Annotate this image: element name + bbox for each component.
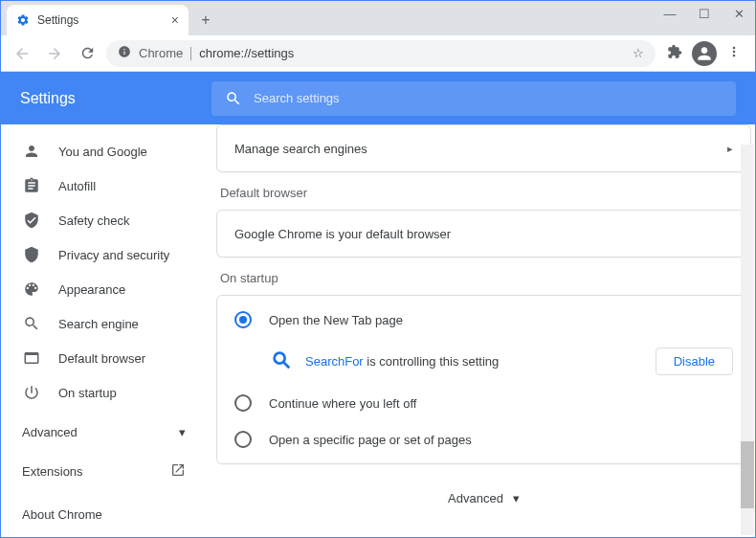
tab-strip: Settings × + — ☐ ✕	[1, 1, 755, 35]
person-icon	[22, 142, 41, 161]
browser-icon	[22, 348, 41, 368]
reload-button[interactable]	[74, 40, 100, 67]
sidebar-item-appearance[interactable]: Appearance	[1, 272, 207, 306]
on-startup-card: Open the New Tab page SearchFor is contr…	[216, 295, 751, 464]
omnibox[interactable]: Chrome chrome://settings ☆	[106, 40, 656, 67]
menu-dots-icon[interactable]	[726, 44, 742, 63]
settings-header: Settings	[1, 72, 755, 124]
separator	[190, 47, 191, 60]
chevron-down-icon: ▾	[179, 425, 186, 439]
forward-button	[41, 40, 68, 67]
sidebar-item-privacy[interactable]: Privacy and security	[1, 237, 207, 272]
default-browser-text: Google Chrome is your default browser	[234, 227, 451, 241]
info-icon	[118, 45, 131, 61]
startup-option-specific[interactable]: Open a specific page or set of pages	[217, 421, 750, 458]
power-icon	[22, 383, 41, 402]
settings-panel: Manage search engines ▸ Default browser …	[207, 124, 755, 537]
chevron-down-icon: ▾	[513, 491, 520, 505]
shield-check-icon	[22, 211, 41, 230]
sidebar-item-on-startup[interactable]: On startup	[1, 375, 207, 410]
address-bar: Chrome chrome://settings ☆	[1, 35, 755, 72]
sidebar-item-label: Search engine	[58, 317, 139, 331]
advanced-toggle-bottom[interactable]: Advanced ▾	[216, 478, 751, 519]
clipboard-icon	[22, 176, 41, 195]
default-browser-section-label: Default browser	[220, 186, 751, 200]
new-tab-button[interactable]: +	[192, 7, 219, 34]
palette-icon	[22, 280, 41, 299]
external-link-icon	[170, 462, 186, 481]
gear-icon	[16, 13, 30, 27]
sidebar-item-default-browser[interactable]: Default browser	[1, 341, 207, 375]
svg-point-0	[275, 353, 285, 364]
back-button	[9, 40, 35, 67]
close-icon[interactable]: ×	[171, 12, 179, 28]
sidebar-advanced-toggle[interactable]: Advanced ▾	[1, 410, 207, 449]
search-icon	[225, 90, 242, 107]
omnibox-url: chrome://settings	[199, 46, 625, 60]
search-settings-input[interactable]	[254, 91, 723, 105]
extensions-label: Extensions	[22, 464, 83, 479]
window-controls: — ☐ ✕	[661, 7, 747, 21]
sidebar-extensions-link[interactable]: Extensions	[1, 449, 207, 494]
option-label: Continue where you left off	[269, 396, 416, 411]
shield-icon	[22, 245, 41, 264]
sidebar-item-autofill[interactable]: Autofill	[1, 168, 207, 203]
sidebar-item-label: Appearance	[58, 282, 125, 297]
chevron-right-icon: ▸	[727, 143, 733, 155]
controlling-text: is controlling this setting	[364, 354, 500, 369]
advanced-label: Advanced	[448, 491, 503, 505]
minimize-button[interactable]: —	[661, 7, 678, 21]
tab-title: Settings	[37, 13, 164, 27]
extension-name-link[interactable]: SearchFor	[305, 354, 364, 369]
option-label: Open the New Tab page	[269, 313, 403, 327]
on-startup-section-label: On startup	[220, 271, 751, 285]
advanced-label: Advanced	[22, 425, 78, 439]
radio-button[interactable]	[234, 431, 252, 448]
extensions-puzzle-icon[interactable]	[667, 44, 682, 63]
sidebar-item-label: On startup	[58, 386, 117, 400]
sidebar-item-label: Privacy and security	[58, 248, 169, 262]
sidebar: You and Google Autofill Safety check Pri…	[1, 124, 207, 537]
startup-option-continue[interactable]: Continue where you left off	[217, 385, 750, 421]
startup-option-newtab[interactable]: Open the New Tab page	[217, 302, 750, 338]
manage-search-label: Manage search engines	[234, 142, 367, 156]
sidebar-item-label: Autofill	[58, 179, 96, 193]
sidebar-item-safety-check[interactable]: Safety check	[1, 203, 207, 237]
sidebar-item-search-engine[interactable]: Search engine	[1, 306, 207, 341]
magnifier-icon	[271, 349, 292, 373]
disable-button[interactable]: Disable	[656, 347, 733, 375]
omnibox-product: Chrome	[139, 46, 183, 60]
radio-button[interactable]	[234, 311, 252, 328]
about-label: About Chrome	[22, 507, 102, 522]
page-title: Settings	[20, 90, 192, 107]
radio-button[interactable]	[234, 394, 252, 412]
profile-avatar-icon[interactable]	[692, 41, 717, 66]
scrollbar[interactable]	[741, 145, 754, 535]
search-icon	[22, 314, 41, 333]
sidebar-item-label: Default browser	[58, 351, 145, 366]
browser-tab[interactable]: Settings ×	[7, 5, 189, 35]
manage-search-card[interactable]: Manage search engines ▸	[216, 124, 751, 172]
search-settings-box[interactable]	[211, 81, 736, 116]
sidebar-about-link[interactable]: About Chrome	[1, 494, 207, 535]
extension-controlling-notice: SearchFor is controlling this setting Di…	[217, 338, 750, 385]
sidebar-item-you-and-google[interactable]: You and Google	[1, 134, 207, 168]
close-window-button[interactable]: ✕	[730, 7, 747, 21]
maximize-button[interactable]: ☐	[696, 7, 713, 21]
option-label: Open a specific page or set of pages	[269, 433, 472, 447]
scroll-thumb[interactable]	[741, 441, 754, 508]
bookmark-star-icon[interactable]: ☆	[633, 46, 644, 60]
default-browser-card: Google Chrome is your default browser	[216, 210, 751, 258]
sidebar-item-label: Safety check	[58, 213, 129, 228]
svg-line-1	[284, 363, 290, 369]
sidebar-item-label: You and Google	[58, 145, 147, 159]
